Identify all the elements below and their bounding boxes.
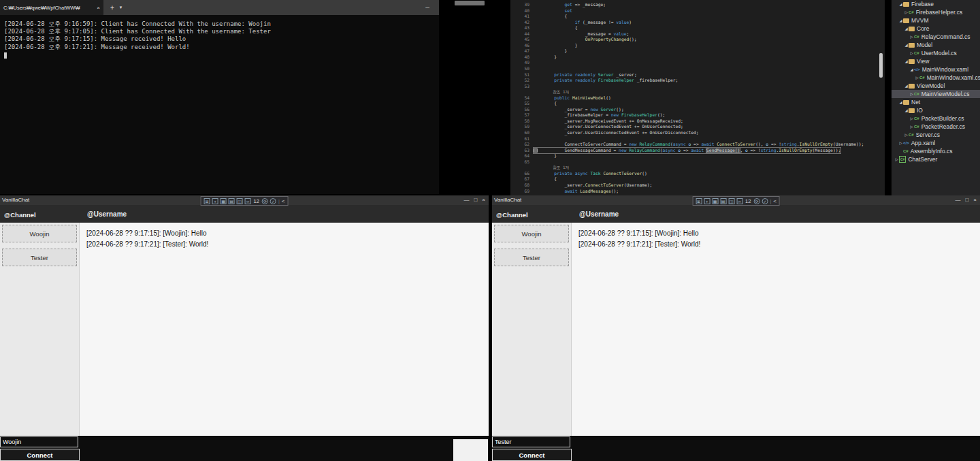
editor-line[interactable]: 참조 1개	[510, 89, 885, 95]
minimize-button[interactable]: —	[955, 197, 960, 203]
editor-line[interactable]: 43 {	[510, 25, 885, 31]
expand-icon[interactable]: ▷	[894, 157, 899, 161]
tree-item-assemblyinfo-cs[interactable]: C#AssemblyInfo.cs	[892, 147, 980, 155]
collapse-icon[interactable]: ◢	[909, 67, 914, 71]
editor-line[interactable]: 61	[510, 136, 885, 142]
editor-line[interactable]: 49	[510, 60, 885, 66]
editor-line[interactable]: 참조 1개	[510, 165, 885, 171]
expand-icon[interactable]: ▷	[909, 125, 914, 129]
enable-selection-icon[interactable]: ⌖	[212, 198, 218, 204]
editor-line[interactable]: 54 public MainViewModel()	[510, 95, 885, 101]
tree-item-mvvm[interactable]: ◢MVVM	[892, 16, 980, 25]
editor-line[interactable]: 57 _firebaseHelper = new FirebaseHelper(…	[510, 112, 885, 118]
terminal-tab[interactable]: C:₩Users₩qwe₩WpfChatWW₩ ×	[0, 0, 103, 15]
collapse-icon[interactable]: ◢	[898, 2, 903, 6]
expand-icon[interactable]: ▷	[909, 35, 914, 39]
editor-line[interactable]: 53	[510, 84, 885, 90]
window-titlebar[interactable]: VanillaChat ⊞⌖▦▤◫∞12⟳✓|< — □ ×	[492, 195, 980, 205]
hot-reload-icon[interactable]: ⟳	[262, 198, 268, 204]
expand-icon[interactable]: ▷	[904, 133, 909, 137]
window-titlebar[interactable]: VanillaChat ⊞⌖▦▤◫∞12⟳✓|< — □ ×	[0, 195, 489, 205]
username-input[interactable]	[0, 436, 78, 447]
expand-icon[interactable]: ▷	[909, 116, 914, 121]
glasses-icon[interactable]: ∞	[245, 198, 251, 204]
editor-line[interactable]: 45 OnPropertyChanged();	[510, 37, 885, 43]
editor-line[interactable]: 52 private readonly FirebaseHelper _fire…	[510, 78, 885, 84]
editor-line[interactable]: 48 }	[510, 54, 885, 61]
tree-item-model[interactable]: ◢Model	[892, 41, 980, 49]
maximize-button[interactable]: □	[965, 197, 968, 203]
terminal-minimize-button[interactable]: ─	[425, 5, 429, 11]
tree-item-server-cs[interactable]: ▷C#Server.cs	[892, 131, 980, 139]
editor-line[interactable]: 65	[510, 159, 885, 165]
collapse-icon[interactable]: ◢	[904, 43, 909, 47]
live-visual-tree-icon[interactable]: ⊞	[204, 198, 210, 204]
display-adorners-icon[interactable]: ▦	[712, 198, 718, 204]
minimize-button[interactable]: —	[463, 197, 469, 203]
tree-item-relaycommand-cs[interactable]: ▷C#RelayCommand.cs	[892, 33, 980, 41]
tree-item-net[interactable]: ◢Net	[892, 98, 980, 106]
check-icon[interactable]: ✓	[762, 198, 768, 204]
close-button[interactable]: ×	[482, 197, 485, 203]
live-visual-tree-icon[interactable]: ⊞	[696, 198, 702, 204]
editor-scrollbar[interactable]	[879, 53, 883, 78]
editor-line[interactable]: 51 private readonly Server _server;	[510, 72, 885, 78]
track-focus-icon[interactable]: ◫	[237, 198, 243, 204]
editor-line[interactable]: 58 _server.MsgReceivedEvent += OnMessage…	[510, 118, 885, 125]
editor-line[interactable]: 42 if (_message != value)	[510, 20, 885, 26]
editor-line[interactable]: 63 SendMessageCommand = new RelayCommand…	[510, 148, 885, 154]
editor-line[interactable]: 50	[510, 66, 885, 72]
collapse-icon[interactable]: ◢	[904, 27, 909, 31]
glasses-icon[interactable]: ∞	[736, 198, 742, 204]
expand-icon[interactable]: ▷	[915, 76, 919, 80]
connect-button[interactable]: Connect	[492, 449, 572, 461]
tab-dropdown-icon[interactable]: ▾	[120, 5, 122, 10]
editor-line[interactable]: 55 {	[510, 101, 885, 107]
collapse-icon[interactable]: ◢	[898, 100, 903, 104]
expand-icon[interactable]: ▷	[904, 10, 909, 14]
track-focus-icon[interactable]: ◫	[728, 198, 734, 204]
send-button[interactable]	[453, 439, 488, 461]
connect-button[interactable]: Connect	[0, 449, 80, 461]
tree-item-firebasehelper-cs[interactable]: ▷C#FirebaseHelper.cs	[892, 8, 980, 16]
expand-icon[interactable]: ▷	[909, 51, 914, 55]
expand-icon[interactable]: ▷	[909, 92, 914, 96]
close-tab-icon[interactable]: ×	[97, 5, 100, 11]
editor-line[interactable]: 62 ConnectToServerCommand = new RelayCom…	[510, 142, 885, 148]
tree-item-mainwindow-xaml-cs[interactable]: ▷C#MainWindow.xaml.cs	[892, 74, 980, 82]
editor-line[interactable]: 39 get => _message;	[510, 2, 885, 8]
tree-item-usermodel-cs[interactable]: ▷C#UserModel.cs	[892, 49, 980, 57]
tree-item-app-xaml[interactable]: ▷</>App.xaml	[892, 139, 980, 147]
editor-line[interactable]: 40 set	[510, 8, 885, 14]
collapse-icon[interactable]: ◢	[904, 84, 909, 88]
editor-line[interactable]: 67 {	[510, 176, 885, 182]
tree-item-firebase[interactable]: ◢Firebase	[892, 0, 980, 8]
editor-line[interactable]: 68 _server.ConnectToServer(Username);	[510, 182, 885, 189]
editor-line[interactable]: 46 }	[510, 43, 885, 49]
tree-item-io[interactable]: ◢IO	[892, 106, 980, 114]
check-icon[interactable]: ✓	[270, 198, 276, 204]
collapse-icon[interactable]: ◢	[904, 59, 909, 63]
editor-line[interactable]: 64 }	[510, 153, 885, 159]
collapse-icon[interactable]: ◢	[898, 18, 903, 22]
editor-line[interactable]: 60 _server.UserDisconnectedEvent += OnUs…	[510, 130, 885, 136]
tree-item-view[interactable]: ◢View	[892, 57, 980, 65]
tree-item-chatserver[interactable]: ▷C#ChatServer	[892, 155, 980, 163]
channel-button-woojin[interactable]: Woojin	[2, 225, 77, 242]
tree-item-mainviewmodel-cs[interactable]: ▷C#MainViewModel.cs	[892, 90, 980, 98]
editor-line[interactable]: 69 await LoadMessages();	[510, 189, 885, 195]
collapse-icon[interactable]: ◢	[904, 108, 909, 112]
tree-item-mainwindow-xaml[interactable]: ◢</>MainWindow.xaml	[892, 65, 980, 74]
enable-selection-icon[interactable]: ⌖	[704, 198, 710, 204]
editor-line[interactable]: 56 _server = new Server();	[510, 107, 885, 113]
tree-item-core[interactable]: ◢Core	[892, 25, 980, 33]
layout-grid-icon[interactable]: ▤	[720, 198, 726, 204]
tree-item-packetbuilder-cs[interactable]: ▷C#PacketBuilder.cs	[892, 114, 980, 123]
maximize-button[interactable]: □	[474, 197, 477, 203]
channel-button-tester[interactable]: Tester	[2, 249, 77, 266]
expand-icon[interactable]: ▷	[898, 141, 903, 145]
new-tab-button[interactable]: +	[110, 4, 114, 12]
tree-item-packetreader-cs[interactable]: ▷C#PacketReader.cs	[892, 123, 980, 131]
editor-line[interactable]: 44 _message = value;	[510, 31, 885, 37]
tree-item-viewmodel[interactable]: ◢ViewModel	[892, 82, 980, 90]
